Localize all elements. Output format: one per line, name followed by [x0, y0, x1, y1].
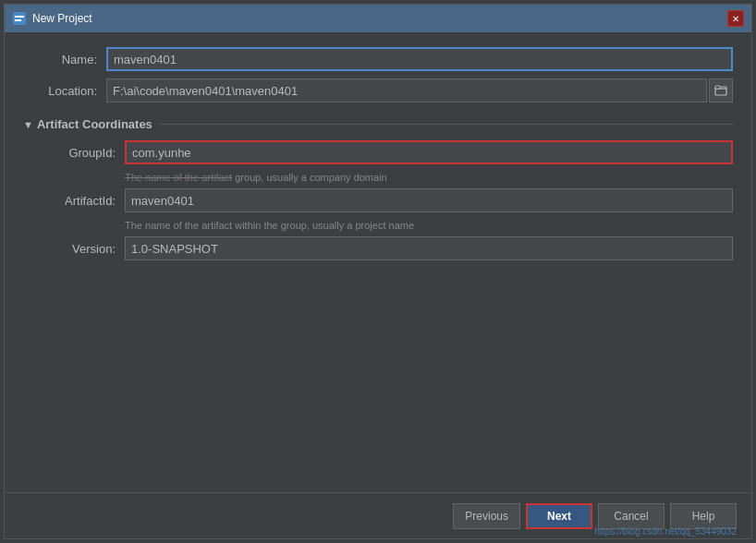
watermark: https://blog.csdn.net/qq_53449032: [595, 526, 737, 537]
artifactid-hint: The name of the artifact within the grou…: [42, 220, 733, 231]
name-input-wrapper: [106, 47, 733, 71]
title-bar: New Project ✕: [5, 5, 751, 32]
help-button[interactable]: Help: [670, 503, 737, 529]
artifactid-row: ArtifactId:: [42, 188, 733, 212]
close-button[interactable]: ✕: [727, 10, 744, 27]
svg-rect-2: [15, 19, 21, 21]
location-input[interactable]: [106, 78, 707, 103]
dialog: New Project ✕ Name: Location: ▼: [4, 4, 752, 539]
artifact-section-content: GroupId: The name of the artifact group,…: [23, 140, 733, 268]
section-divider: [160, 124, 733, 125]
name-input[interactable]: [106, 47, 733, 71]
artifactid-label: ArtifactId:: [42, 194, 125, 208]
groupid-row: GroupId:: [42, 140, 733, 164]
version-label: Version:: [42, 242, 125, 256]
browse-button[interactable]: [709, 78, 733, 103]
section-toggle-icon[interactable]: ▼: [23, 119, 33, 130]
svg-rect-4: [715, 86, 720, 89]
location-row: Location:: [23, 78, 733, 103]
location-label: Location:: [23, 84, 106, 98]
name-row: Name:: [23, 47, 733, 71]
name-label: Name:: [23, 53, 106, 66]
groupid-hint-strikethrough: The name of the artifact: [125, 172, 232, 183]
dialog-footer: Previous Next Cancel Help https://blog.c…: [5, 492, 751, 538]
groupid-hint-normal: group, usually a company domain: [232, 172, 387, 183]
section-title: Artifact Coordinates: [37, 117, 152, 131]
groupid-input[interactable]: [125, 140, 733, 164]
dialog-content: Name: Location: ▼ Artifact Coordinates: [5, 32, 751, 492]
app-icon: [12, 11, 27, 26]
version-row: Version:: [42, 236, 733, 260]
groupid-hint: The name of the artifact group, usually …: [42, 172, 733, 183]
svg-rect-1: [15, 16, 24, 18]
groupid-label: GroupId:: [42, 146, 125, 160]
dialog-title: New Project: [32, 12, 722, 25]
previous-button[interactable]: Previous: [453, 503, 520, 529]
version-input[interactable]: [125, 236, 733, 260]
cancel-button[interactable]: Cancel: [598, 503, 665, 529]
svg-rect-0: [13, 12, 26, 25]
spacer: [23, 268, 733, 485]
artifactid-input[interactable]: [125, 188, 733, 212]
next-button[interactable]: Next: [526, 503, 592, 529]
artifact-section-header: ▼ Artifact Coordinates: [23, 117, 733, 131]
